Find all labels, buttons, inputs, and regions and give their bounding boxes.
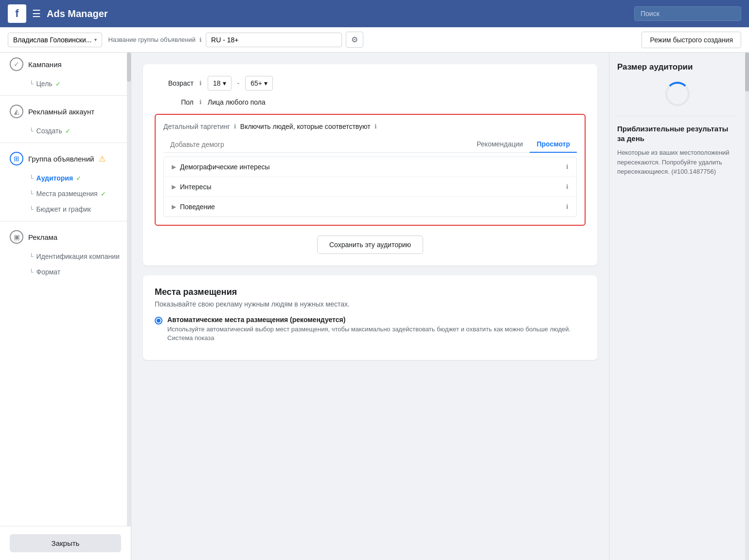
- age-to-chevron: ▾: [264, 79, 268, 87]
- account-name: Владислав Головински...: [13, 36, 91, 44]
- sidebar-ad-account-label: Рекламный аккаунт: [28, 108, 94, 116]
- right-panel: Размер аудитории Приблизительные результ…: [609, 53, 745, 560]
- category-interests[interactable]: ▶ Интересы ℹ: [164, 177, 576, 197]
- sidebar-company-label: Идентификация компании: [36, 253, 120, 260]
- audience-check-icon: ✓: [76, 175, 81, 182]
- targeting-tabs: Рекомендации Просмотр: [163, 136, 577, 153]
- auto-placement-radio[interactable]: Автоматические места размещения (рекомен…: [155, 316, 586, 343]
- auto-placement-radio-dot: [155, 317, 162, 325]
- sidebar-create-label: Создать: [36, 127, 62, 135]
- sidebar-sub-item-company[interactable]: └ Идентификация компании: [0, 249, 131, 264]
- app-title: Ads Manager: [47, 8, 628, 19]
- interests-chevron-icon: ▶: [172, 183, 176, 190]
- sidebar-campaign-label: Кампания: [28, 60, 62, 69]
- sub-indent-icon: └: [29, 80, 34, 87]
- create-check-icon: ✓: [65, 127, 71, 135]
- sidebar-audience-label: Аудитория: [36, 174, 73, 182]
- sidebar-sub-item-placement[interactable]: └ Места размещения ✓: [0, 186, 131, 201]
- sidebar-sub-item-format[interactable]: └ Формат: [0, 264, 131, 280]
- placement-title: Места размещения: [155, 287, 586, 297]
- account-selector[interactable]: Владислав Головински... ▾: [8, 33, 102, 47]
- tab-recommendations[interactable]: Рекомендации: [470, 136, 530, 153]
- sidebar-sub-item-audience[interactable]: └ Аудитория ✓: [0, 170, 131, 186]
- sidebar-ad-group-label: Группа объявлений: [28, 155, 94, 163]
- sidebar-placement-label: Места размещения: [36, 190, 98, 198]
- targeting-box: Детальный таргетинг ℹ Включить людей, ко…: [155, 114, 586, 226]
- content-area: Возраст ℹ 18 ▾ - 65+ ▾ Пол ℹ Л: [131, 53, 749, 560]
- category-behavior[interactable]: ▶ Поведение ℹ: [164, 197, 576, 217]
- warning-icon: ⚠: [99, 154, 106, 163]
- group-label-area: Название группы объявлений ℹ ⚙: [108, 32, 636, 48]
- sidebar-sub-item-goal[interactable]: └ Цель ✓: [0, 76, 131, 91]
- targeting-search-input[interactable]: [163, 136, 470, 152]
- demographics-info-icon[interactable]: ℹ: [566, 163, 569, 170]
- sidebar-item-ad-group[interactable]: ⊞ Группа объявлений ⚠: [0, 147, 131, 170]
- targeting-subtitle: Включить людей, которые соответствуют: [240, 123, 371, 130]
- sidebar-format-label: Формат: [36, 268, 61, 276]
- sidebar-item-ad-account[interactable]: ◭ Рекламный аккаунт: [0, 100, 131, 123]
- ad-account-icon: ◭: [10, 105, 23, 118]
- interests-info-icon[interactable]: ℹ: [566, 183, 569, 190]
- search-input[interactable]: [634, 6, 741, 21]
- ad-group-icon: ⊞: [10, 152, 23, 165]
- hamburger-icon[interactable]: ☰: [32, 8, 41, 19]
- audience-size-title: Размер аудитории: [617, 62, 737, 72]
- placement-subtitle: Показывайте свою рекламу нужным людям в …: [155, 300, 586, 308]
- age-to-value: 65+: [250, 79, 262, 87]
- auto-placement-text: Автоматические места размещения (рекомен…: [167, 316, 586, 343]
- sidebar-sub-item-budget[interactable]: └ Бюджет и график: [0, 201, 131, 217]
- behavior-label: Поведение: [180, 203, 215, 211]
- sidebar-item-campaign[interactable]: ✓ Кампания: [0, 53, 131, 76]
- demographics-label: Демографические интересы: [180, 163, 270, 171]
- targeting-info-icon[interactable]: ℹ: [234, 123, 236, 130]
- category-demographics[interactable]: ▶ Демографические интересы ℹ: [164, 157, 576, 177]
- placement-check-icon: ✓: [101, 190, 106, 198]
- age-to-select[interactable]: 65+ ▾: [245, 76, 273, 90]
- category-demographics-left: ▶ Демографические интересы: [172, 163, 270, 171]
- divider-1: [0, 95, 131, 96]
- gear-button[interactable]: ⚙: [346, 32, 363, 48]
- age-from-chevron: ▾: [223, 79, 226, 87]
- main-panel: Возраст ℹ 18 ▾ - 65+ ▾ Пол ℹ Л: [131, 53, 609, 560]
- tab-view[interactable]: Просмотр: [530, 136, 577, 153]
- campaign-icon: ✓: [10, 57, 23, 71]
- targeting-dropdown-list: ▶ Демографические интересы ℹ ▶ Интересы …: [163, 157, 577, 217]
- age-dash: -: [237, 79, 240, 87]
- sidebar-sub-item-create[interactable]: └ Создать ✓: [0, 123, 131, 139]
- sidebar-scroll-thumb: [127, 53, 131, 82]
- age-from-select[interactable]: 18 ▾: [208, 76, 232, 90]
- demographics-chevron-icon: ▶: [172, 163, 176, 170]
- sidebar-ad-label: Реклама: [28, 233, 57, 241]
- targeting-header: Детальный таргетинг ℹ Включить людей, ко…: [163, 123, 577, 130]
- age-row: Возраст ℹ 18 ▾ - 65+ ▾: [155, 76, 586, 90]
- category-behavior-left: ▶ Поведение: [172, 203, 215, 211]
- behavior-info-icon[interactable]: ℹ: [566, 203, 569, 210]
- results-title: Приблизительные результаты за день: [617, 124, 737, 143]
- save-audience-button[interactable]: Сохранить эту аудиторию: [317, 235, 423, 254]
- group-name-input[interactable]: [206, 33, 342, 47]
- sidebar-item-ad[interactable]: ▣ Реклама: [0, 225, 131, 249]
- age-info-icon[interactable]: ℹ: [199, 80, 202, 87]
- placement-card: Места размещения Показывайте свою реклам…: [143, 275, 597, 360]
- sidebar-scrollbar[interactable]: [127, 53, 131, 526]
- category-interests-left: ▶ Интересы: [172, 183, 211, 191]
- gender-info-icon[interactable]: ℹ: [199, 99, 202, 106]
- sub-indent-icon-5: └: [29, 206, 34, 213]
- age-from-value: 18: [213, 79, 221, 87]
- ad-icon: ▣: [10, 230, 23, 244]
- right-scroll-thumb: [745, 53, 749, 91]
- sidebar: ✓ Кампания └ Цель ✓ ◭ Рекламный аккаунт …: [0, 53, 131, 560]
- quick-create-button[interactable]: Режим быстрого создания: [642, 32, 741, 48]
- gender-value: Лица любого пола: [208, 98, 266, 106]
- loading-spinner: [665, 82, 690, 106]
- close-button[interactable]: Закрыть: [10, 534, 121, 552]
- right-panel-divider: [617, 116, 737, 116]
- targeting-subtitle-info-icon[interactable]: ℹ: [374, 123, 377, 130]
- spinner-container: [617, 82, 737, 106]
- group-label-info-icon[interactable]: ℹ: [199, 36, 202, 43]
- audience-card: Возраст ℹ 18 ▾ - 65+ ▾ Пол ℹ Л: [143, 64, 597, 266]
- sub-indent-icon-2: └: [29, 127, 34, 134]
- auto-placement-label: Автоматические места размещения (рекомен…: [167, 316, 586, 324]
- close-btn-container: Закрыть: [0, 526, 131, 560]
- right-scrollbar[interactable]: [745, 53, 749, 560]
